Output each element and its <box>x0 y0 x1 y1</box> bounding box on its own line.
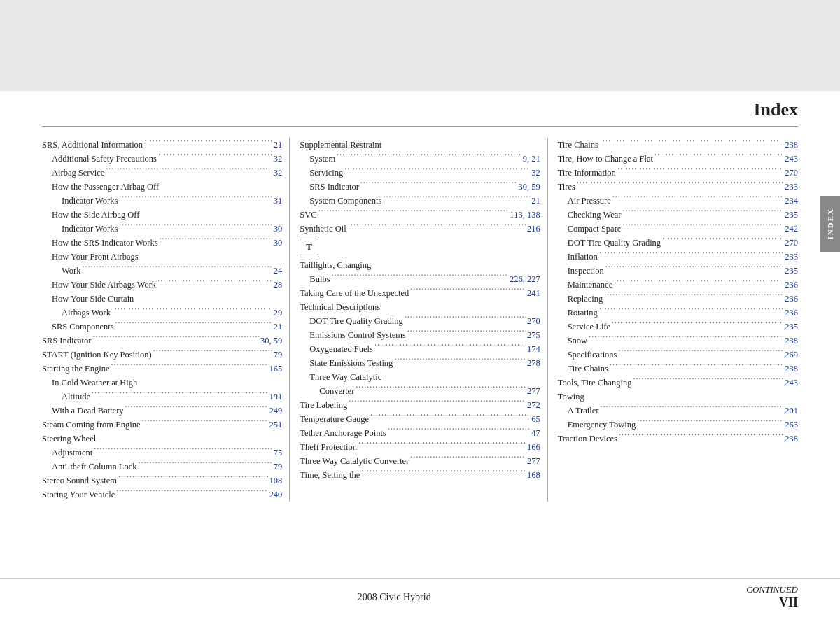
list-item: DOT Tire Quality Grading 270 <box>300 314 540 328</box>
list-item: SVC 113, 138 <box>300 208 540 222</box>
footer-continued: CONTINUED <box>746 584 798 595</box>
index-title: Index <box>753 99 798 120</box>
list-item: Towing <box>558 390 798 404</box>
list-item: Traction Devices 238 <box>558 432 798 446</box>
list-item: Converter 277 <box>300 384 540 398</box>
list-item: How Your Side Curtain <box>42 292 282 306</box>
list-item: How the Passenger Airbag Off <box>42 180 282 194</box>
list-item: Starting the Engine 165 <box>42 362 282 376</box>
list-item: Technical Descriptions <box>300 300 540 314</box>
list-item: Inflation 233 <box>558 250 798 264</box>
list-item: Bulbs 226, 227 <box>300 272 540 286</box>
list-item: With a Dead Battery 249 <box>42 404 282 418</box>
list-item: SRS Components 21 <box>42 320 282 334</box>
list-item: Indicator Works 30 <box>42 222 282 236</box>
index-title-row: Index <box>42 91 798 127</box>
list-item: In Cold Weather at High <box>42 376 282 390</box>
list-item: Checking Wear 235 <box>558 208 798 222</box>
section-letter-box: T <box>300 239 540 255</box>
list-item: SRS Indicator 30, 59 <box>42 334 282 348</box>
index-tab-label: INDEX <box>826 208 834 239</box>
list-item: DOT Tire Quality Grading 270 <box>558 236 798 250</box>
list-item: Stereo Sound System 108 <box>42 474 282 488</box>
page-container: Index SRS, Additional Information 21 Add… <box>0 0 840 624</box>
list-item: Adjustment 75 <box>42 446 282 460</box>
list-item: Tether Anchorage Points 47 <box>300 426 540 440</box>
index-tab: INDEX <box>820 196 840 252</box>
list-item: Steam Coming from Engine 251 <box>42 418 282 432</box>
list-item: System 9, 21 <box>300 152 540 166</box>
list-item: Tire Chains 238 <box>558 362 798 376</box>
list-item: How Your Side Airbags Work 28 <box>42 278 282 292</box>
list-item: Tire Labeling 272 <box>300 398 540 412</box>
list-item: Additional Safety Precautions 32 <box>42 152 282 166</box>
list-item: Supplemental Restraint <box>300 138 540 152</box>
list-item: Airbags Work 29 <box>42 306 282 320</box>
list-item: A Trailer 201 <box>558 404 798 418</box>
list-item: Altitude 191 <box>42 390 282 404</box>
list-item: Work 24 <box>42 264 282 278</box>
list-item: Oxygenated Fuels 174 <box>300 342 540 356</box>
list-item: System Components 21 <box>300 194 540 208</box>
list-item: How Your Front Airbags <box>42 250 282 264</box>
list-item: Tire Chains 238 <box>558 138 798 152</box>
list-item: SRS Indicator 30, 59 <box>300 180 540 194</box>
list-item: Tire, How to Change a Flat 243 <box>558 152 798 166</box>
list-item: Theft Protection 166 <box>300 440 540 454</box>
list-item: How the Side Airbag Off <box>42 208 282 222</box>
list-item: State Emissions Testing 278 <box>300 356 540 370</box>
list-item: Three Way Catalytic <box>300 370 540 384</box>
footer-center: 2008 Civic Hybrid <box>358 592 431 603</box>
column-3: Tire Chains 238 Tire, How to Change a Fl… <box>547 138 798 502</box>
list-item: Taking Care of the Unexpected 241 <box>300 286 540 300</box>
column-1: SRS, Additional Information 21 Additiona… <box>42 138 289 502</box>
list-item: Synthetic Oil 216 <box>300 222 540 236</box>
list-item: Inspection 235 <box>558 264 798 278</box>
list-item: Rotating 236 <box>558 306 798 320</box>
list-item: Compact Spare 242 <box>558 222 798 236</box>
list-item: Snow 238 <box>558 334 798 348</box>
list-item: Emissions Control Systems 275 <box>300 328 540 342</box>
list-item: Steering Wheel <box>42 432 282 446</box>
columns-wrapper: SRS, Additional Information 21 Additiona… <box>42 127 798 502</box>
list-item: Servicing 32 <box>300 166 540 180</box>
list-item: Replacing 236 <box>558 292 798 306</box>
list-item: Tools, Tire Changing 243 <box>558 376 798 390</box>
list-item: Service Life 235 <box>558 320 798 334</box>
list-item: Maintenance 236 <box>558 278 798 292</box>
column-2: Supplemental Restraint System 9, 21 Serv… <box>289 138 547 502</box>
list-item: Time, Setting the 168 <box>300 468 540 482</box>
list-item: Emergency Towing 263 <box>558 418 798 432</box>
list-item: Anti-theft Column Lock 79 <box>42 460 282 474</box>
footer: 2008 Civic Hybrid CONTINUED VII <box>0 578 840 610</box>
list-item: Tires 233 <box>558 180 798 194</box>
list-item: START (Ignition Key Position) 79 <box>42 348 282 362</box>
main-content: Index SRS, Additional Information 21 Add… <box>0 91 840 502</box>
list-item: SRS, Additional Information 21 <box>42 138 282 152</box>
list-item: Airbag Service 32 <box>42 166 282 180</box>
list-item: Storing Your Vehicle 240 <box>42 488 282 502</box>
list-item: Three Way Catalytic Converter 277 <box>300 454 540 468</box>
list-item: Specifications 269 <box>558 348 798 362</box>
footer-page-number: VII <box>779 595 798 610</box>
list-item: Indicator Works 31 <box>42 194 282 208</box>
list-item: Tire Information 270 <box>558 166 798 180</box>
top-gray-area <box>0 0 840 91</box>
list-item: Air Pressure 234 <box>558 194 798 208</box>
list-item: Taillights, Changing <box>300 258 540 272</box>
list-item: Temperature Gauge 65 <box>300 412 540 426</box>
list-item: How the SRS Indicator Works 30 <box>42 236 282 250</box>
